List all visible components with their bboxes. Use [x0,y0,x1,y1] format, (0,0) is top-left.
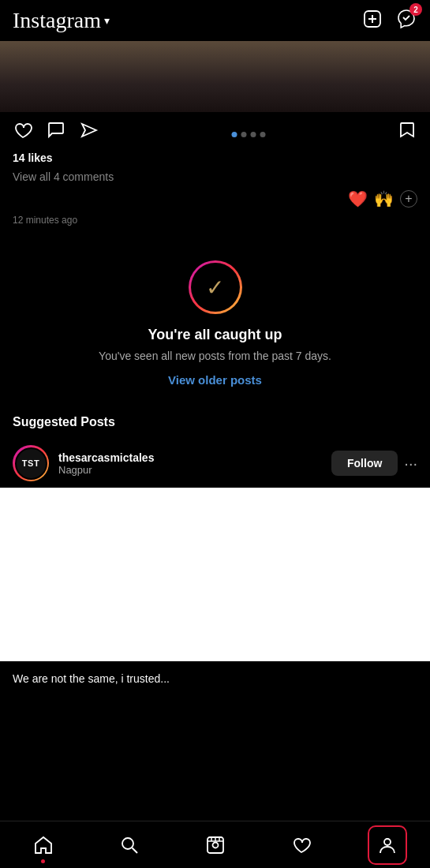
svg-point-11 [384,839,391,845]
share-button[interactable] [79,120,99,144]
home-active-dot [41,859,45,863]
post-timestamp: 12 minutes ago [0,213,430,237]
avatar: TST [15,447,47,480]
dot-3 [250,132,256,137]
post-actions-bar [0,112,430,148]
post-image [0,41,430,112]
check-circle-icon: ✓ [189,260,242,314]
nav-search[interactable] [110,825,149,865]
bottom-navigation [0,821,430,868]
nav-notifications[interactable] [282,825,321,865]
post-text-preview: We are not the same, i trusted... [0,661,430,691]
view-comments-link[interactable]: View all 4 comments [0,169,430,185]
nav-home[interactable] [24,825,63,865]
header-icons: 2 [362,8,417,33]
suggested-user-row: TST thesarcasmictales Nagpur Follow ··· [0,439,430,488]
logo-text: Instagram [13,8,101,33]
emoji-reactions-row: ❤️ 🙌 + [0,185,430,213]
dot-1 [231,132,237,137]
avatar-initials: TST [22,458,39,468]
messenger-button[interactable]: 2 [395,8,417,33]
suggested-username[interactable]: thesarcasmictales [58,451,331,464]
bookmark-button[interactable] [397,120,417,144]
header: Instagram ▾ 2 [0,0,430,41]
nav-reels[interactable] [196,825,235,865]
suggested-user-location: Nagpur [58,464,331,476]
likes-count[interactable]: 14 likes [0,148,430,169]
svg-point-6 [212,842,218,847]
like-button[interactable] [13,120,33,144]
avatar-ring: TST [13,445,49,481]
checkmark: ✓ [206,275,224,301]
notification-badge: 2 [409,3,422,16]
heart-emoji: ❤️ [348,189,368,208]
svg-line-4 [132,847,137,853]
view-older-posts-link[interactable]: View older posts [168,373,262,387]
caught-up-title: You're all caught up [148,327,282,343]
instagram-logo[interactable]: Instagram ▾ [13,8,110,33]
add-post-button[interactable] [362,9,383,32]
dot-2 [241,132,246,137]
user-info: thesarcasmictales Nagpur [58,451,331,476]
caught-up-section: ✓ You're all caught up You've seen all n… [0,237,430,402]
svg-point-3 [122,838,133,849]
comment-button[interactable] [46,120,66,144]
caught-up-subtitle: You've seen all new posts from the past … [99,350,331,362]
dot-4 [260,132,265,137]
action-icons-left [13,120,99,144]
follow-button[interactable]: Follow [331,451,398,476]
suggested-post-image [0,488,430,661]
suggested-posts-header: Suggested Posts [0,402,430,439]
hands-emoji: 🙌 [374,189,394,208]
add-emoji-button[interactable]: + [400,190,417,208]
chevron-down-icon[interactable]: ▾ [104,14,110,27]
nav-profile[interactable] [368,825,407,865]
more-options-button[interactable]: ··· [404,455,417,473]
